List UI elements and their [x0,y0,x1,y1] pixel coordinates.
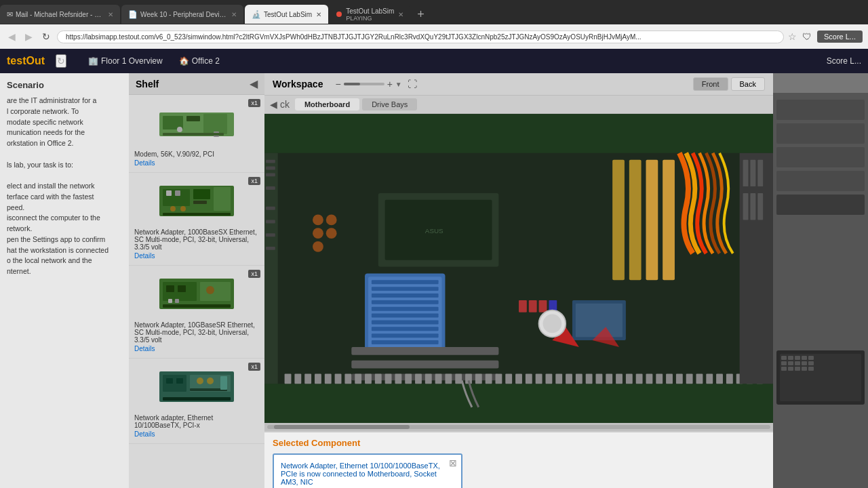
svg-rect-39 [266,167,275,170]
forward-button[interactable]: ▶ [22,30,35,43]
svg-rect-140 [776,123,865,144]
svg-rect-58 [612,160,625,281]
zoom-in-button[interactable]: + [387,79,393,89]
svg-rect-56 [372,333,439,338]
svg-rect-113 [626,373,633,384]
shelf-item-nic2[interactable]: x1 Network Adapter, 10GBaseSR Ether [129,266,264,359]
svg-rect-43 [266,220,275,223]
nav-refresh-button[interactable]: ↻ [56,54,66,68]
svg-rect-50 [372,293,439,298]
svg-rect-21 [178,285,186,292]
score-button[interactable]: Score L... [817,30,863,43]
bookmark-button[interactable]: ☆ [788,31,797,42]
shelf-item-details-nic3[interactable]: Details [134,430,259,438]
svg-rect-143 [776,195,865,215]
tab-labsim-playing[interactable]: TestOut LabSim PLAYING ✕ [330,5,410,24]
tab-close-playing[interactable]: ✕ [398,11,403,18]
svg-rect-115 [646,373,653,384]
shelf-item-desc-modem: Modem, 56K, V.90/92, PCI [134,150,259,158]
testout-logo: testOut [7,55,45,67]
svg-rect-120 [696,373,703,384]
svg-point-32 [207,378,214,384]
svg-rect-54 [372,320,439,324]
svg-point-76 [313,241,323,252]
refresh-button[interactable]: ↻ [39,30,53,43]
svg-point-73 [326,215,337,226]
svg-rect-150 [808,356,814,360]
svg-rect-102 [515,373,522,384]
playing-indicator [336,12,342,17]
zoom-slider[interactable] [344,83,384,85]
svg-rect-53 [372,314,439,318]
svg-rect-136 [750,193,755,220]
shelf-item-details-nic2[interactable]: Details [134,345,259,352]
scroll-thumb[interactable] [274,425,410,429]
workspace: Workspace − + ▼ ⛶ Front Back ◀ ck Mother… [264,73,773,488]
svg-rect-89 [385,373,392,384]
svg-rect-100 [495,373,502,384]
svg-rect-10 [214,187,231,211]
tab-mail[interactable]: ✉ Mail - Michael Refsnider - Outl... ✕ [0,5,120,24]
svg-rect-2 [186,116,200,121]
shelf-item-image-nic2 [134,271,259,319]
card-close-button[interactable]: ⊠ [449,458,457,468]
svg-rect-6 [163,133,224,136]
tab-labsim[interactable]: 🔬 TestOut LabSim ✕ [245,5,328,24]
tab-drive-bays[interactable]: Drive Bays [362,98,417,110]
svg-rect-57 [372,340,439,344]
svg-rect-85 [344,373,351,384]
playing-label: PLAYING [346,15,394,22]
shelf-item-details-modem[interactable]: Details [134,159,259,167]
svg-rect-78 [576,304,623,337]
svg-rect-96 [455,373,462,384]
shelf-title: Shelf [136,79,159,89]
shelf-item-nic3[interactable]: x1 Network adapter, Et [129,359,264,444]
top-navigation: testOut ↻ 🏢 Floor 1 Overview 🏠 Office 2 … [0,49,868,73]
shelf-item-nic1[interactable]: x1 Network Adapter, 10 [129,173,264,266]
extension-shield[interactable]: 🛡 [802,31,812,42]
svg-rect-152 [788,361,793,365]
zoom-out-button[interactable]: − [335,79,340,89]
shelf-item-modem[interactable]: x1 Modem, 56K, V.90/92, PCI Details [129,95,264,173]
tab-close-labsim[interactable]: ✕ [316,11,321,18]
svg-rect-29 [166,378,173,384]
tab-motherboard[interactable]: Motherboard [295,98,359,110]
svg-rect-16 [193,201,207,204]
tab-close-mail[interactable]: ✕ [108,11,113,18]
svg-rect-149 [802,356,807,360]
svg-rect-110 [595,373,602,384]
svg-rect-146 [781,356,787,360]
zoom-dropdown[interactable]: ▼ [395,81,402,88]
svg-rect-44 [266,233,275,237]
fullscreen-button[interactable]: ⛶ [408,79,417,89]
svg-rect-68 [519,300,527,312]
tab-close-week10[interactable]: ✕ [231,11,237,18]
shelf-item-desc-nic1: Network Adapter, 1000BaseSX Ethernet, SC… [134,228,259,251]
shelf-item-details-nic1[interactable]: Details [134,252,259,260]
svg-rect-156 [781,367,787,371]
url-input[interactable] [57,30,784,43]
svg-rect-24 [168,299,172,303]
workspace-back-arrow[interactable]: ◀ ck [270,99,290,110]
back-view-button[interactable]: Back [731,77,765,91]
svg-rect-153 [795,361,800,365]
svg-rect-108 [576,373,583,384]
workspace-scrollbar[interactable] [264,423,773,431]
svg-point-22 [206,286,214,294]
shelf-item-desc-nic2: Network Adapter, 10GBaseSR Ethernet, SC … [134,321,259,344]
scenario-title: Scenario [7,80,122,90]
floor-overview-link[interactable]: 🏢 Floor 1 Overview [80,54,171,68]
svg-rect-158 [795,367,800,371]
svg-rect-95 [445,373,452,384]
browser-chrome: ✉ Mail - Michael Refsnider - Outl... ✕ 📄… [0,0,868,49]
back-button[interactable]: ◀ [5,30,18,43]
shelf-toggle-button[interactable]: ◀ [250,77,258,90]
shelf-item-badge: x1 [248,363,260,371]
new-tab-button[interactable]: + [412,7,430,22]
front-view-button[interactable]: Front [693,77,728,91]
shelf-item-image-nic3 [134,364,259,411]
tab-week10[interactable]: 📄 Week 10 - Peripheral Devices - ... ✕ [121,5,243,24]
svg-point-5 [177,127,182,132]
office-link[interactable]: 🏠 Office 2 [171,54,228,68]
svg-rect-148 [795,356,800,360]
